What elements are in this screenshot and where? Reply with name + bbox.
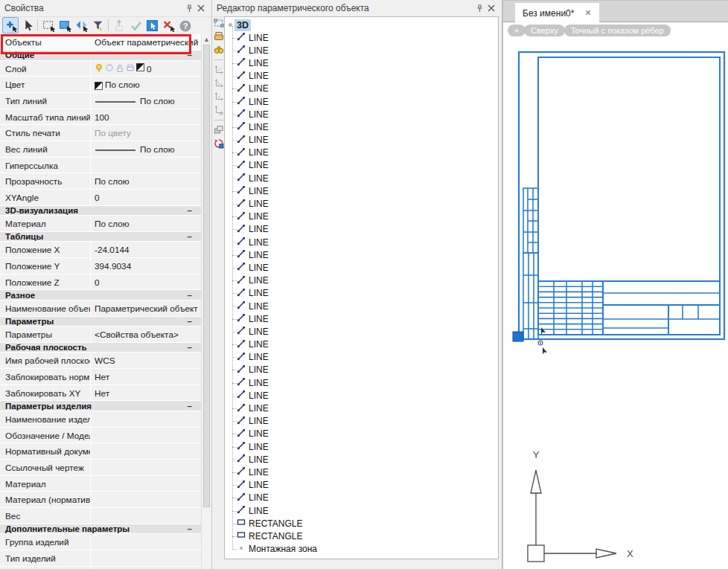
property-row[interactable]: Материал [0,476,201,492]
dependency-angle-button[interactable] [214,91,224,102]
tree-item-line[interactable]: LINE [225,197,498,210]
collapse-icon[interactable]: – [188,232,192,241]
tree-item-line[interactable]: LINE [225,440,498,453]
property-value[interactable] [91,567,201,569]
property-value[interactable] [91,508,201,524]
property-value[interactable] [91,443,201,459]
tree-expand-icon[interactable] [229,23,232,27]
close-icon[interactable] [195,2,207,14]
section-header[interactable]: Дополнительные параметры– [0,524,201,535]
property-value[interactable]: Нет [91,369,201,385]
property-value[interactable]: 0 [91,274,201,290]
property-value[interactable] [91,460,201,475]
tree-item-line[interactable]: LINE [225,287,498,300]
property-row[interactable]: Наименование объектаПараметрический объе… [0,300,201,317]
layer-lock-icon[interactable] [115,63,124,72]
property-value[interactable]: По слою [91,77,201,92]
quick-filter-button[interactable] [89,17,106,33]
tree-item-rectangle[interactable]: RECTANGLE [225,517,498,530]
property-value[interactable]: По слою [91,93,201,109]
property-value[interactable] [91,476,201,492]
collapse-icon[interactable]: – [188,524,192,533]
drawing-viewport[interactable]: Y X [503,0,728,569]
property-row[interactable]: Вес [0,508,201,524]
layer-freeze-icon[interactable] [105,63,114,72]
tree-item-line[interactable]: LINE [225,108,498,120]
grip-point[interactable] [513,332,523,341]
dependency-xy-button[interactable]: xy [214,105,224,115]
group-button[interactable] [214,125,224,135]
tree-item-line[interactable]: LINE [225,351,498,364]
collapse-icon[interactable]: – [188,343,192,352]
property-row[interactable]: Слой0 [0,61,201,77]
property-value[interactable] [91,411,201,427]
property-row[interactable]: Положение X-24.0144 [0,242,201,258]
property-value[interactable]: Нет [91,385,201,401]
property-row[interactable]: Тип изделий [0,550,201,567]
tree-item-line[interactable]: LINE [225,504,498,517]
move-up-button[interactable] [111,17,127,33]
property-row[interactable]: Материал (норматив) [0,492,201,508]
property-value[interactable]: -24.0144 [91,242,201,257]
tree-item-line[interactable]: LINE [225,44,498,57]
property-row[interactable]: Код ОКП [0,567,201,569]
select-button[interactable] [19,17,35,33]
tree-item-line[interactable]: LINE [225,70,498,83]
property-row[interactable]: ЦветПо слою [0,77,201,93]
property-row[interactable]: Гиперссылка [0,158,201,174]
tree-item-line[interactable]: LINE [225,312,498,325]
pin-icon[interactable] [183,2,195,14]
select-window-button[interactable] [40,17,57,33]
section-header[interactable]: 3D-визуализация– [0,206,201,216]
help-button[interactable]: ? [176,17,193,33]
section-header[interactable]: Параметры изделия– [0,401,201,411]
tree-item-line[interactable]: LINE [225,31,498,44]
property-row[interactable]: Группа изделий [0,534,201,550]
dependency-x-button[interactable] [214,65,224,75]
tree-item-line[interactable]: LINE [225,453,498,466]
collapse-icon[interactable]: – [188,291,192,300]
property-value[interactable]: WCS [91,353,201,368]
select-crossing-button[interactable] [57,17,73,33]
tree-item-line[interactable]: LINE [225,248,498,261]
property-row[interactable]: Параметры<Свойства объекта> [0,327,201,343]
tree-item-line[interactable]: LINE [225,236,498,248]
property-row[interactable]: Заблокировать норм...Нет [0,369,201,385]
property-value[interactable]: 100 [91,109,201,125]
properties-scrollbar[interactable]: ▲ [201,34,211,569]
section-header[interactable]: Рабочая плоскость– [0,343,201,353]
section-header[interactable]: Разное– [0,290,201,300]
tree-item-line[interactable]: LINE [225,120,498,133]
color-swatch-icon[interactable] [136,63,144,71]
tree-item-line[interactable]: LINE [225,338,498,351]
property-value[interactable]: Объект параметрический [91,34,201,50]
tree-item-line[interactable]: LINE [225,261,498,274]
layer-on-icon[interactable] [95,63,103,72]
property-row[interactable]: Наименование изделия [0,411,201,428]
layer-plot-icon[interactable] [126,63,135,72]
property-value[interactable]: 394.9034 [91,258,201,274]
property-value[interactable]: 0 [91,61,201,77]
tree-item-rectangle[interactable]: RECTANGLE [225,530,498,542]
property-value[interactable]: По слою [91,141,201,157]
property-value[interactable] [91,428,201,443]
property-value[interactable] [91,492,201,507]
find-button[interactable] [214,45,224,55]
property-row[interactable]: Обозначение / Модель [0,428,201,444]
tree-item-line[interactable]: LINE [225,83,498,95]
property-row[interactable]: Масштаб типа линий100 [0,109,201,126]
tree-item-line[interactable]: LINE [225,95,498,108]
property-row[interactable]: Положение Z0 [0,274,201,291]
tree-item-line[interactable]: LINE [225,479,498,492]
property-row[interactable]: Заблокировать XYНет [0,385,201,402]
property-value[interactable]: По цвету [91,125,201,141]
tree-root-label[interactable]: 3D [234,19,251,31]
tree-item-line[interactable]: LINE [225,364,498,376]
tree-item-line[interactable]: LINE [225,402,498,414]
object-properties-button[interactable] [214,31,224,42]
tree-item-line[interactable]: LINE [225,223,498,236]
property-row[interactable]: ОбъектыОбъект параметрический [0,34,201,51]
tree-item-line[interactable]: LINE [225,376,498,389]
apply-button[interactable] [127,17,144,33]
property-row[interactable]: Ссылочный чертеж [0,460,201,476]
